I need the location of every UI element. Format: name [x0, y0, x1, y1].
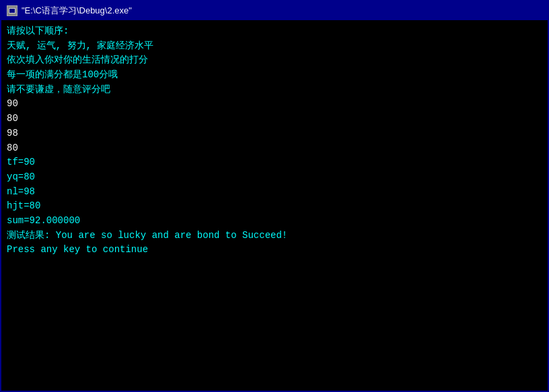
- console-line: 测试结果: You are so lucky and are bond to S…: [7, 229, 542, 243]
- console-line: hjt=80: [7, 199, 542, 214]
- console-line: 80: [7, 141, 542, 156]
- console-output: 请按以下顺序:天赋, 运气, 努力, 家庭经济水平依次填入你对你的生活情况的打分…: [1, 20, 548, 391]
- console-line: 每一项的满分都是100分哦: [7, 68, 542, 83]
- console-line: 天赋, 运气, 努力, 家庭经济水平: [7, 39, 542, 54]
- window-title: "E:\C语言学习\Debug\2.exe": [22, 5, 132, 17]
- window-icon: [7, 5, 17, 16]
- console-line: 请按以下顺序:: [7, 24, 542, 39]
- console-line: tf=90: [7, 155, 542, 170]
- title-bar: "E:\C语言学习\Debug\2.exe": [1, 1, 548, 20]
- console-line: sum=92.000000: [7, 214, 542, 229]
- window: "E:\C语言学习\Debug\2.exe" 请按以下顺序:天赋, 运气, 努力…: [0, 0, 549, 392]
- console-line: 依次填入你对你的生活情况的打分: [7, 53, 542, 68]
- console-line: nl=98: [7, 185, 542, 200]
- console-line: 98: [7, 126, 542, 141]
- console-line: Press any key to continue: [7, 243, 542, 258]
- console-line: 90: [7, 97, 542, 112]
- console-line: yq=80: [7, 170, 542, 185]
- console-line: 80: [7, 112, 542, 126]
- console-line: 请不要谦虚，随意评分吧: [7, 83, 542, 97]
